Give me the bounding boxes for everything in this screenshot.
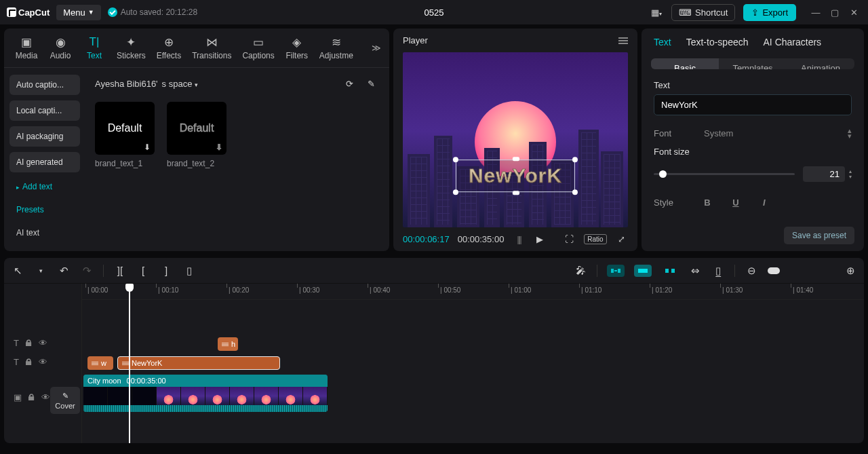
fontsize-slider[interactable] (654, 173, 795, 175)
sidebar-link[interactable]: Add text (9, 178, 80, 195)
save-preset-button[interactable]: Save as preset (784, 227, 854, 244)
ruler-tick: | 01:30 (722, 286, 743, 294)
preset-card[interactable]: Default⬇brand_text_2 (167, 102, 226, 168)
ruler-tick: | 01:20 (652, 286, 672, 294)
player-canvas[interactable]: NewYorK (403, 52, 628, 227)
trim-left-tool[interactable]: [ (136, 265, 150, 276)
fontsize-value[interactable]: 21 (803, 166, 845, 182)
tool-tab-adjustme[interactable]: ≋Adjustme (314, 33, 359, 63)
snapshot-icon[interactable]: ▯̲ (711, 265, 725, 277)
sidebar-button[interactable]: Local capti... (9, 100, 80, 121)
cursor-tool[interactable]: ↖ (11, 265, 24, 277)
tool-tab-audio[interactable]: ◉Audio (43, 33, 77, 63)
ratio-button[interactable]: Ratio (584, 234, 606, 244)
refresh-button[interactable]: ⟳ (340, 75, 358, 92)
tool-tab-captions[interactable]: ▭Captions (237, 33, 279, 63)
zoom-slider[interactable] (768, 267, 780, 274)
zoom-in-button[interactable]: ⊕ (844, 265, 857, 277)
shortcut-button[interactable]: ⌨Shortcut (671, 4, 735, 21)
text-clip-h[interactable]: h (218, 337, 238, 351)
tool-tab-transitions[interactable]: ⋈Transitions (186, 33, 237, 63)
text-field-label: Text (654, 80, 852, 90)
preset-card[interactable]: Default⬇brand_text_1 (95, 102, 155, 168)
player-menu-icon[interactable] (618, 37, 628, 44)
download-icon[interactable]: ⬇ (144, 143, 151, 152)
track-lock-icon[interactable]: 🔒︎ (24, 338, 33, 348)
cover-button[interactable]: ✎Cover (50, 387, 80, 414)
magnet-2[interactable] (634, 265, 652, 277)
mic-icon[interactable]: 🎤︎ (574, 265, 587, 276)
zoom-out-button[interactable]: ⊖ (745, 265, 758, 277)
sidebar-link[interactable]: AI text (9, 224, 80, 242)
close-button[interactable]: ✕ (846, 7, 861, 18)
columns-icon[interactable]: |||| (512, 234, 525, 244)
inspector-tab-text-to-speech[interactable]: Text-to-speech (686, 37, 749, 48)
sidebar-link[interactable]: Presets (9, 201, 80, 219)
track-text-icon-2[interactable]: T (14, 357, 19, 367)
tool-tab-stickers[interactable]: ✦Stickers (111, 33, 151, 63)
track-lock-icon-2[interactable]: 🔒︎ (24, 357, 33, 367)
canvas-text-overlay[interactable]: NewYorK (456, 159, 575, 192)
track-area[interactable]: | 00:00| 00:10| 00:20| 00:30| 00:40| 00:… (82, 284, 864, 443)
track-lock-icon-3[interactable]: 🔒︎ (27, 392, 36, 402)
inspector-tab-ai-characters[interactable]: AI Characters (764, 37, 822, 48)
minimize-button[interactable]: — (808, 7, 823, 18)
track-text-icon[interactable]: T (14, 338, 19, 348)
inspector-tab-text[interactable]: Text (654, 37, 671, 48)
cursor-dropdown[interactable]: ▾ (34, 267, 47, 274)
track-video-icon[interactable]: ▣ (14, 392, 22, 402)
maximize-button[interactable]: ▢ (827, 7, 842, 18)
magnet-3[interactable] (661, 265, 679, 277)
sidebar-button[interactable]: AI packaging (9, 126, 80, 147)
text-input[interactable] (654, 94, 852, 115)
tool-tabs: ▣Media◉AudioT|Text✦Stickers⊕Effects⋈Tran… (4, 29, 389, 68)
redo-button[interactable]: ↷ (80, 265, 94, 277)
sidebar-button[interactable]: Auto captio... (9, 75, 80, 95)
video-clip[interactable]: City moon00:00:35:00 (83, 375, 328, 412)
subtab-templates[interactable]: Templates (719, 58, 787, 69)
tool-tab-effects[interactable]: ⊕Effects (151, 33, 186, 63)
text-clip-w[interactable]: w (87, 356, 113, 370)
subtab-animation[interactable]: Animation (787, 58, 854, 69)
font-stepper[interactable]: ▴▾ (848, 128, 852, 138)
effects-icon: ⊕ (164, 35, 174, 49)
text-clip-newyork[interactable]: NewYorK (117, 356, 280, 370)
subtab-basic[interactable]: Basic (651, 58, 719, 69)
transitions-icon: ⋈ (206, 35, 218, 49)
font-value[interactable]: System (704, 128, 838, 138)
italic-button[interactable]: I (753, 193, 775, 212)
layout-icon[interactable]: ▦▾ (650, 7, 663, 18)
underline-button[interactable]: U (725, 193, 747, 212)
undo-button[interactable]: ↶ (57, 265, 71, 277)
trim-right-tool[interactable]: ] (159, 265, 173, 276)
player-panel: Player NewYorK 00:00:06:17 00:00:35:00 |… (393, 29, 637, 251)
menu-button[interactable]: Menu▼ (56, 5, 100, 20)
track-eye-icon-2[interactable]: 👁︎ (39, 357, 47, 367)
workspace-space[interactable]: s space ▾ (162, 79, 198, 89)
sidebar-button[interactable]: AI generated (9, 152, 80, 172)
download-icon[interactable]: ⬇ (216, 143, 222, 152)
play-button[interactable]: ▶ (534, 234, 547, 244)
tool-tab-filters[interactable]: ◈Filters (280, 33, 314, 63)
export-button[interactable]: ⇪Export (743, 4, 796, 21)
svg-rect-7 (671, 269, 675, 273)
tool-tab-text[interactable]: T|Text (77, 33, 111, 63)
delete-tool[interactable]: ▯ (182, 265, 196, 277)
fullscreen-button[interactable]: ⤢ (615, 234, 628, 244)
focus-icon[interactable]: ⛶ (563, 234, 576, 244)
track-eye-icon[interactable]: 👁︎ (39, 338, 47, 348)
align-icon[interactable]: ⇔ (688, 265, 702, 277)
tools-more-button[interactable]: ≫ (369, 40, 384, 56)
edit-button[interactable]: ✎ (362, 75, 380, 92)
magnet-1[interactable] (607, 265, 625, 277)
ruler-tick: | 01:10 (581, 286, 601, 294)
timeline-panel: ↖ ▾ ↶ ↷ ][ [ ] ▯ 🎤︎ ⇔ ▯̲ ⊖ ⊕ T🔒︎👁︎ T🔒︎👁︎… (4, 258, 864, 443)
track-eye-icon-3[interactable]: 👁︎ (41, 392, 50, 402)
split-tool[interactable]: ][ (113, 265, 127, 276)
fontsize-stepper[interactable]: ▴▾ (849, 169, 852, 179)
bold-button[interactable]: B (696, 193, 718, 212)
ruler-tick: | 00:20 (229, 286, 249, 294)
ruler-tick: | 01:40 (793, 286, 813, 294)
playhead[interactable] (129, 284, 130, 443)
tool-tab-media[interactable]: ▣Media (9, 33, 43, 63)
